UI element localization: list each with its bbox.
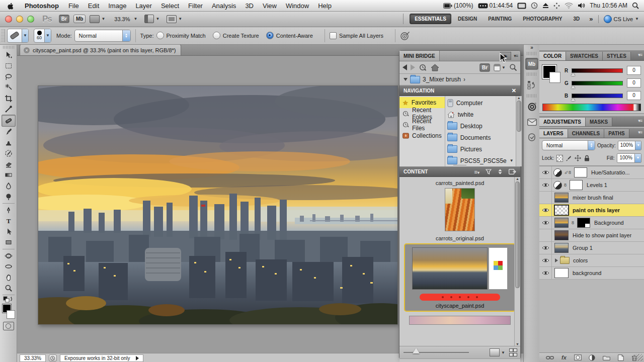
tab-swatches[interactable]: SWATCHES: [566, 52, 603, 60]
spaces-icon[interactable]: [553, 3, 560, 9]
layer-row-colors-group[interactable]: colors: [539, 254, 644, 267]
menu-select[interactable]: Select: [156, 2, 184, 10]
layer-name[interactable]: Levels 1: [587, 182, 607, 188]
tab-styles[interactable]: STYLES: [603, 52, 631, 60]
layer-row-mixer-brush-final[interactable]: mixer brush final: [539, 192, 644, 204]
eraser-tool[interactable]: [2, 159, 15, 170]
tool-preset-picker[interactable]: ▼: [7, 29, 29, 43]
crop-tool[interactable]: [2, 93, 15, 104]
3d-rotate-tool[interactable]: [2, 250, 15, 261]
lasso-tool[interactable]: [2, 71, 15, 82]
menu-image[interactable]: Image: [104, 2, 131, 10]
layer-name[interactable]: Group 1: [573, 245, 593, 251]
new-layer-button[interactable]: [618, 354, 624, 361]
minimize-window-button[interactable]: [16, 16, 23, 23]
blend-mode-select[interactable]: Normal ▲▼: [74, 30, 131, 42]
history-panel-icon[interactable]: [527, 80, 536, 89]
sort-icon[interactable]: [498, 169, 503, 174]
clone-stamp-tool[interactable]: [2, 137, 15, 148]
lock-transparency-button[interactable]: [556, 155, 563, 161]
place-home[interactable]: twhite: [445, 109, 516, 120]
radio-content-aware[interactable]: Content-Aware: [266, 32, 313, 39]
battery-indicator[interactable]: (100%): [443, 2, 473, 9]
new-group-button[interactable]: [603, 355, 610, 360]
layer-row-paint-on-this-layer-selected[interactable]: paint on this layer: [539, 204, 644, 217]
hand-tool[interactable]: [2, 272, 15, 283]
navigation-scrollbar[interactable]: ▲: [516, 96, 522, 166]
status-info-icon[interactable]: [49, 354, 57, 361]
history-brush-tool[interactable]: [2, 148, 15, 159]
mini-bridge-menu-icon[interactable]: ▾≡: [514, 53, 518, 58]
blue-slider[interactable]: [572, 94, 623, 98]
status-message[interactable]: Exposure works in 32-bit only: [60, 354, 143, 362]
adjustments-panel-menu-icon[interactable]: ▾≡: [638, 118, 642, 123]
lock-position-button[interactable]: [575, 155, 581, 161]
new-adjustment-layer-button[interactable]: [589, 354, 595, 361]
move-tool[interactable]: [2, 50, 15, 61]
color-spectrum-ramp[interactable]: [542, 104, 641, 111]
content-item-selected[interactable]: cityscape_paint.psd: [404, 243, 516, 312]
menu-clock[interactable]: Thu 10:56 AM: [590, 2, 627, 9]
breadcrumb[interactable]: 3_Mixer brush ›: [399, 74, 520, 85]
layer-row-background-white[interactable]: background: [539, 267, 644, 280]
mini-bridge-title-tab[interactable]: MINI BRIDGE: [399, 51, 440, 61]
recent-items-button[interactable]: [419, 64, 427, 71]
wifi-icon[interactable]: [565, 3, 573, 9]
menu-edit[interactable]: Edit: [84, 2, 104, 10]
sync-status-icon[interactable]: [527, 133, 536, 142]
red-value-field[interactable]: 0: [627, 66, 641, 75]
launch-bridge-button[interactable]: Br: [59, 15, 69, 23]
place-desktop[interactable]: Desktop: [445, 120, 516, 132]
mail-notifications-icon[interactable]: [527, 119, 537, 126]
expand-dock-button[interactable]: »: [530, 44, 533, 51]
visibility-toggle[interactable]: [539, 267, 552, 279]
cs-review-icon[interactable]: [527, 102, 537, 112]
layer-thumbnail[interactable]: [554, 205, 569, 215]
layer-row-hide-to-show-paint[interactable]: Hide to show paint layer: [539, 229, 644, 242]
shape-tool[interactable]: [2, 237, 15, 248]
close-document-icon[interactable]: ×: [24, 47, 30, 53]
layer-thumbnail[interactable]: [554, 193, 569, 203]
grid-view-button[interactable]: [509, 348, 516, 356]
filter-icon[interactable]: [486, 169, 492, 174]
tablet-pressure-button[interactable]: [400, 31, 410, 41]
pen-tool[interactable]: [2, 205, 15, 216]
workspace-overflow-button[interactable]: »: [586, 15, 596, 23]
tab-layers[interactable]: LAYERS: [539, 129, 568, 138]
cs-live-button[interactable]: CS Live ▼: [598, 15, 639, 23]
type-tool[interactable]: T: [2, 216, 15, 227]
background-color-swatch[interactable]: [549, 72, 560, 83]
brush-tool[interactable]: [2, 127, 15, 138]
zoom-tool[interactable]: [2, 283, 15, 294]
menu-layer[interactable]: Layer: [131, 2, 156, 10]
tab-color[interactable]: COLOR: [539, 52, 566, 60]
blur-tool[interactable]: [2, 180, 15, 192]
gradient-tool[interactable]: [2, 170, 15, 181]
blue-value-field[interactable]: 0: [627, 91, 641, 100]
visibility-toggle[interactable]: [539, 204, 552, 216]
sample-all-layers-checkbox[interactable]: Sample All Layers: [330, 32, 383, 39]
mini-bridge-dock-button[interactable]: Mb: [525, 58, 538, 70]
radio-create-texture[interactable]: Create Texture: [213, 32, 259, 39]
red-slider[interactable]: [572, 68, 623, 73]
layer-mask-thumbnail[interactable]: [570, 180, 583, 190]
visibility-toggle[interactable]: [539, 217, 552, 229]
dodge-tool[interactable]: [2, 192, 15, 203]
lock-pixels-button[interactable]: [566, 155, 572, 161]
visibility-toggle[interactable]: [539, 179, 552, 191]
status-zoom-field[interactable]: 33.33%: [20, 354, 46, 362]
3d-orbit-tool[interactable]: [2, 261, 15, 273]
close-navigation-icon[interactable]: ✕: [512, 87, 516, 94]
window-resize-grip[interactable]: [636, 354, 643, 361]
home-button[interactable]: [431, 64, 439, 71]
visibility-toggle[interactable]: [539, 242, 552, 254]
layer-row-background-image[interactable]: 8 Background: [539, 217, 644, 229]
screen-mode-dropdown[interactable]: ▼: [167, 15, 182, 23]
add-layer-mask-button[interactable]: [574, 354, 582, 360]
display-menu-icon[interactable]: [517, 3, 526, 9]
go-to-bridge-button[interactable]: Br: [479, 63, 490, 72]
content-pod-header[interactable]: CONTENT ≡▾: [399, 166, 520, 177]
rating-pill[interactable]: [420, 294, 500, 301]
spotlight-icon[interactable]: [632, 2, 639, 9]
nav-item-recent-files[interactable]: Recent Files: [399, 119, 445, 130]
